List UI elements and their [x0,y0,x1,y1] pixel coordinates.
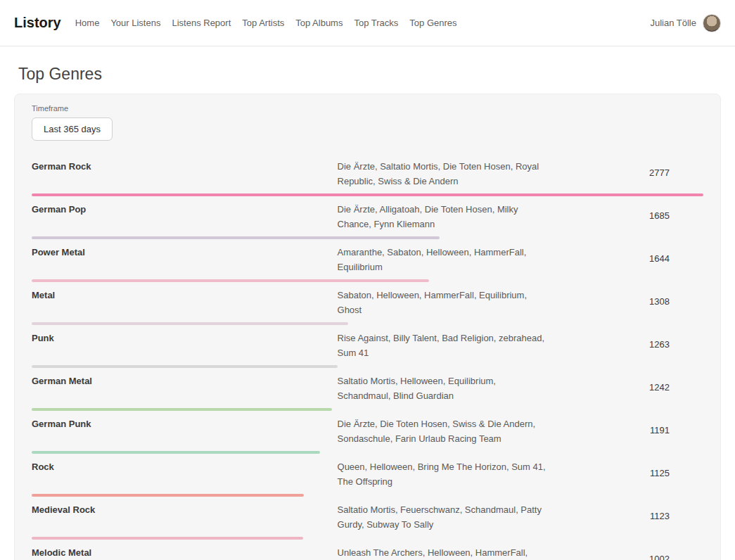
genre-row[interactable]: Rock Queen, Helloween, Bring Me The Hori… [32,454,703,497]
app-logo[interactable]: Listory [14,15,61,31]
genre-count: 1191 [650,425,703,435]
genre-artists: Die Ärzte, Alligatoah, Die Toten Hosen, … [338,200,546,231]
genre-row-content: Punk Rise Against, Billy Talent, Bad Rel… [32,325,703,365]
page-title: Top Genres [18,65,721,84]
genre-row-content: German Rock Die Ärzte, Saltatio Mortis, … [32,153,703,193]
main-nav: HomeYour ListensListens ReportTop Artist… [75,18,651,28]
timeframe-filter: Timeframe Last 365 days [32,104,703,141]
genre-count: 1685 [649,210,703,221]
genre-count: 1242 [649,382,703,393]
genre-artists: Saltatio Mortis, Feuerschwanz, Schandmau… [338,500,546,532]
genre-row-content: German Punk Die Ärzte, Die Toten Hosen, … [32,411,703,451]
genre-count: 1308 [649,296,703,307]
genre-count: 1002 [649,554,703,560]
genre-row[interactable]: German Metal Saltatio Mortis, Helloween,… [32,368,703,411]
genre-row[interactable]: German Rock Die Ärzte, Saltatio Mortis, … [32,153,703,196]
nav-item-home[interactable]: Home [75,18,100,28]
genre-artists: Unleash The Archers, Helloween, HammerFa… [338,543,546,560]
genre-artists: Die Ärzte, Saltatio Mortis, Die Toten Ho… [338,157,546,189]
genre-count: 1644 [649,253,703,264]
genre-artists: Saltatio Mortis, Helloween, Equilibrium,… [338,371,546,403]
genre-row[interactable]: Metal Sabaton, Helloween, HammerFall, Eq… [32,282,703,325]
timeframe-label: Timeframe [32,104,703,113]
genre-row-content: German Metal Saltatio Mortis, Helloween,… [32,368,703,408]
top-genres-card: Timeframe Last 365 days German Rock Die … [14,94,721,560]
genre-count: 1123 [650,511,703,521]
genre-artists: Amaranthe, Sabaton, Helloween, HammerFal… [338,243,546,274]
genre-name: German Rock [32,157,338,174]
timeframe-select[interactable]: Last 365 days [32,117,113,141]
genre-row-content: Power Metal Amaranthe, Sabaton, Hellowee… [32,239,703,279]
nav-item-top-albums[interactable]: Top Albums [295,18,343,28]
genre-artists: Die Ärzte, Die Toten Hosen, Swiss & Die … [338,414,546,446]
genre-name: German Metal [32,371,338,388]
genre-list: German Rock Die Ärzte, Saltatio Mortis, … [32,153,703,560]
genre-row[interactable]: Medieval Rock Saltatio Mortis, Feuerschw… [32,497,703,540]
genre-name: Power Metal [32,243,338,260]
genre-row[interactable]: Power Metal Amaranthe, Sabaton, Hellowee… [32,239,703,282]
genre-artists: Sabaton, Helloween, HammerFall, Equilibr… [338,286,546,317]
nav-item-top-artists[interactable]: Top Artists [242,18,284,28]
nav-item-top-genres[interactable]: Top Genres [409,18,456,28]
genre-row-content: Melodic Metal Unleash The Archers, Hello… [32,540,703,560]
genre-row[interactable]: Punk Rise Against, Billy Talent, Bad Rel… [32,325,703,368]
nav-item-your-listens[interactable]: Your Listens [110,18,160,28]
nav-item-top-tracks[interactable]: Top Tracks [354,18,398,28]
genre-row-content: Medieval Rock Saltatio Mortis, Feuerschw… [32,497,703,537]
genre-row-content: Rock Queen, Helloween, Bring Me The Hori… [32,454,703,494]
genre-name: Melodic Metal [32,543,338,560]
genre-name: Medieval Rock [32,500,338,517]
genre-count: 2777 [649,167,703,178]
genre-name: Rock [32,457,338,474]
genre-row[interactable]: German Pop Die Ärzte, Alligatoah, Die To… [32,196,703,239]
genre-row[interactable]: Melodic Metal Unleash The Archers, Hello… [32,540,703,560]
genre-artists: Queen, Helloween, Bring Me The Horizon, … [338,457,546,489]
user-area: Julian Tölle [650,14,721,32]
genre-row[interactable]: German Punk Die Ärzte, Die Toten Hosen, … [32,411,703,454]
genre-row-content: German Pop Die Ärzte, Alligatoah, Die To… [32,196,703,236]
genre-count: 1263 [649,339,703,350]
user-name[interactable]: Julian Tölle [650,18,696,28]
genre-artists: Rise Against, Billy Talent, Bad Religion… [338,329,546,360]
genre-name: Metal [32,286,338,303]
genre-name: Punk [32,329,338,345]
genre-name: German Punk [32,414,338,431]
main-content: Top Genres Timeframe Last 365 days Germa… [0,65,735,560]
app-bar: Listory HomeYour ListensListens ReportTo… [0,0,735,46]
user-avatar[interactable] [703,14,721,32]
genre-name: German Pop [32,200,338,217]
genre-count: 1125 [650,468,703,478]
nav-item-listens-report[interactable]: Listens Report [172,18,231,28]
genre-row-content: Metal Sabaton, Helloween, HammerFall, Eq… [32,282,703,322]
